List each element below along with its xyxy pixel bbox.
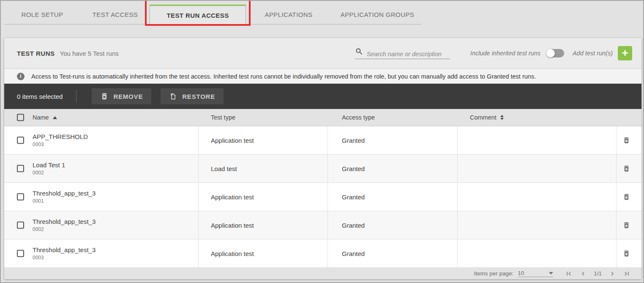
dropdown-caret-icon: [549, 272, 553, 275]
include-inherited-toggle[interactable]: [546, 49, 564, 57]
test-type-cell: Application test: [211, 250, 254, 257]
restore-button-label: RESTORE: [182, 93, 215, 100]
row-checkbox[interactable]: [17, 137, 24, 144]
name-cell: Threshold_app_test_3 0001: [33, 190, 96, 204]
test-run-id: 0003: [33, 142, 88, 147]
column-header-test-type-label: Test type: [211, 114, 235, 121]
test-runs-panel: TEST RUNS You have 5 Test runs Include i…: [4, 38, 641, 279]
test-run-name: APP_THRESHOLD: [33, 133, 88, 140]
test-run-name: Load Test 1: [33, 161, 65, 169]
first-page-button[interactable]: [562, 270, 576, 278]
search-input[interactable]: [367, 51, 450, 57]
column-header-access-type[interactable]: Access type: [342, 114, 375, 121]
access-type-cell: Granted: [342, 222, 365, 229]
column-header-name[interactable]: Name: [33, 114, 57, 121]
access-type-cell: Granted: [342, 165, 365, 172]
test-run-id: 0002: [33, 226, 96, 232]
info-bar: i Access to Test-runs is automatically i…: [4, 68, 641, 84]
row-checkbox[interactable]: [17, 222, 24, 229]
restore-button[interactable]: RESTORE: [161, 88, 224, 104]
items-per-page-value: 10: [518, 270, 524, 276]
column-divider: [457, 155, 458, 182]
column-divider: [457, 183, 458, 211]
column-divider: [616, 183, 617, 211]
row-delete-button[interactable]: [622, 136, 630, 144]
restore-trash-icon: [169, 92, 177, 101]
table-row: APP_THRESHOLD 0003 Application test Gran…: [4, 126, 641, 155]
remove-button-label: REMOVE: [113, 93, 143, 100]
column-divider: [616, 239, 617, 267]
trash-x-icon: [100, 92, 109, 101]
column-divider: [616, 126, 617, 154]
row-delete-button[interactable]: [622, 221, 630, 229]
test-run-id: 0003: [33, 255, 96, 261]
toggle-knob: [546, 49, 555, 57]
column-divider: [616, 155, 617, 182]
column-divider: [198, 239, 199, 267]
test-type-cell: Application test: [211, 193, 254, 201]
column-divider: [327, 126, 328, 154]
column-divider: [327, 183, 328, 211]
app-window: ROLE SETUP TEST ACCESS TEST RUN ACCESS A…: [0, 0, 644, 283]
panel-header: TEST RUNS You have 5 Test runs Include i…: [4, 38, 641, 68]
row-delete-button[interactable]: [622, 193, 630, 201]
last-page-button[interactable]: [619, 270, 634, 278]
column-header-comment[interactable]: Comment: [470, 114, 504, 121]
row-checkbox[interactable]: [17, 193, 24, 201]
table-row: Threshold_app_test_3 0003 Application te…: [4, 239, 641, 268]
page-indicator: 1/1: [594, 270, 602, 277]
selection-toolbar: 0 items selected REMOVE RESTORE: [4, 84, 641, 109]
previous-page-button[interactable]: [576, 270, 590, 278]
include-inherited-label: Include inherited test runs: [470, 50, 540, 57]
panel-title: TEST RUNS: [17, 50, 55, 57]
plus-icon: +: [622, 46, 628, 59]
page-navigation: 1/1: [562, 270, 634, 278]
test-run-name: Threshold_app_test_3: [33, 218, 96, 225]
sort-ascending-icon: [53, 116, 57, 119]
column-divider: [327, 239, 328, 267]
add-test-run-button[interactable]: +: [618, 46, 632, 60]
column-divider: [198, 211, 199, 239]
column-divider: [457, 239, 458, 267]
items-per-page-select[interactable]: 10: [518, 270, 553, 277]
next-page-button[interactable]: [605, 270, 619, 278]
access-type-cell: Granted: [342, 137, 365, 144]
sort-both-icon: [500, 115, 504, 120]
test-type-cell: Application test: [211, 222, 254, 229]
row-checkbox[interactable]: [17, 250, 24, 257]
test-type-cell: Application test: [211, 137, 254, 144]
panel-header-actions: Include inherited test runs Add test run…: [355, 46, 632, 60]
search-box[interactable]: [355, 47, 450, 59]
paginator: Items per page: 10 1/1: [4, 268, 641, 279]
tab-test-run-access[interactable]: TEST RUN ACCESS: [150, 5, 246, 24]
column-divider: [198, 183, 199, 211]
info-bar-text: Access to Test-runs is automatically inh…: [31, 73, 536, 80]
select-all-checkbox[interactable]: [17, 114, 24, 121]
test-run-id: 0001: [33, 198, 96, 204]
items-per-page-label: Items per page:: [474, 270, 513, 277]
row-delete-button[interactable]: [622, 165, 630, 173]
search-icon: [355, 47, 367, 57]
toolbar-divider: [76, 90, 76, 103]
tab-role-setup[interactable]: ROLE SETUP: [4, 4, 80, 24]
add-test-run-label: Add test run(s): [573, 50, 613, 57]
table-header-row: Name Test type Access type Comment: [4, 109, 641, 126]
remove-button[interactable]: REMOVE: [92, 88, 151, 104]
tab-applications[interactable]: APPLICATIONS: [253, 4, 325, 24]
tab-bar: ROLE SETUP TEST ACCESS TEST RUN ACCESS A…: [4, 1, 640, 24]
column-header-name-label: Name: [33, 114, 49, 121]
name-cell: Load Test 1 0002: [33, 161, 65, 176]
access-type-cell: Granted: [342, 193, 365, 201]
column-divider: [457, 211, 458, 239]
test-run-name: Threshold_app_test_3: [33, 190, 96, 197]
tab-application-groups[interactable]: APPLICATION GROUPS: [325, 4, 430, 24]
row-checkbox[interactable]: [17, 165, 24, 172]
table-row: Threshold_app_test_3 0001 Application te…: [4, 183, 641, 211]
name-cell: APP_THRESHOLD 0003: [33, 133, 88, 147]
access-type-cell: Granted: [342, 250, 365, 257]
column-header-comment-label: Comment: [470, 114, 497, 121]
row-delete-button[interactable]: [622, 250, 630, 258]
column-header-test-type[interactable]: Test type: [211, 114, 235, 121]
table-row: Threshold_app_test_3 0002 Application te…: [4, 211, 641, 239]
tab-test-access[interactable]: TEST ACCESS: [80, 4, 150, 24]
